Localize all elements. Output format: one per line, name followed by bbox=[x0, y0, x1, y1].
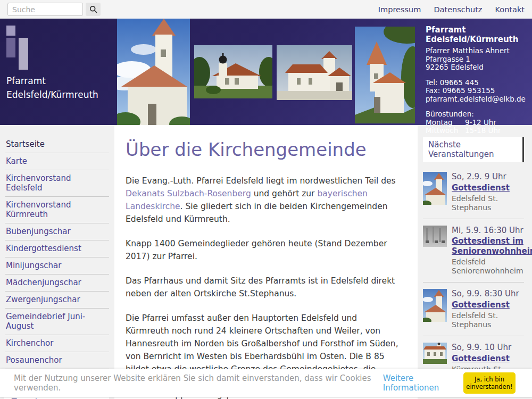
header-photo-onion-dome-church bbox=[194, 45, 272, 98]
sidebar-nav: Startseite Karte Kirchenvorstand Edelsfe… bbox=[0, 125, 114, 399]
event-item: Mi, 5.9. 16:30 Uhr Gottesdienst im Senio… bbox=[423, 219, 524, 282]
sidebar-item-startseite[interactable]: Startseite bbox=[5, 136, 109, 153]
contact-fax: Fax: 09665 953155 bbox=[426, 87, 529, 95]
page: Impressum Datenschutz Kontakt Pfarramt E… bbox=[0, 0, 532, 399]
link-kontakt[interactable]: Kontakt bbox=[495, 5, 525, 14]
contact-street: Pfarrgasse 1 bbox=[426, 55, 529, 64]
sidebar-item-kindergottesdienst[interactable]: Kindergottesdienst bbox=[5, 240, 109, 257]
paragraph-1: Die Evang.-Luth. Pfarrei Edelsfeld liegt… bbox=[126, 174, 400, 226]
event-info: Mi, 5.9. 16:30 Uhr Gottesdienst im Senio… bbox=[452, 226, 532, 276]
sidebar-item-minijungschar[interactable]: Minijungschar bbox=[5, 257, 109, 275]
event-date: So, 2.9. 9 Uhr bbox=[452, 172, 524, 181]
link-dekanat-sulzbach-rosenberg[interactable]: Dekanats Sulzbach-Rosenberg bbox=[126, 189, 251, 198]
sidebar-item-zwergenjungschar[interactable]: Zwergenjungschar bbox=[5, 292, 109, 309]
event-info: So, 2.9. 9 Uhr Gottesdienst Edelsfeld St… bbox=[452, 172, 524, 212]
office-day: Mittwoch bbox=[426, 127, 465, 135]
search-icon bbox=[89, 5, 97, 13]
event-date: Mi, 5.9. 16:30 Uhr bbox=[452, 226, 532, 235]
topbar-links: Impressum Datenschutz Kontakt bbox=[378, 5, 525, 14]
logo-square-tall bbox=[19, 38, 28, 70]
church-thumbnail-icon bbox=[423, 343, 447, 364]
link-datenschutz[interactable]: Datenschutz bbox=[434, 5, 482, 14]
events-sidebar: Nächste Veranstaltungen So, 2.9. 9 Uhr G… bbox=[418, 125, 532, 399]
sidebar-item-kirchenvorstand-kuermreuth[interactable]: Kirchenvorstand Kürmreuth bbox=[5, 197, 109, 223]
sidebar-item-bubenjungschar[interactable]: Bubenjungschar bbox=[5, 223, 109, 240]
church-thumbnail-icon bbox=[423, 172, 447, 205]
contact-person: Pfarrer Matthias Ahnert bbox=[426, 47, 529, 55]
event-info: So, 9.9. 8:30 Uhr Gottesdienst Edelsfeld… bbox=[452, 289, 524, 329]
page-title: Über die Kirchengemeinde bbox=[126, 139, 400, 160]
search-input[interactable] bbox=[7, 3, 83, 16]
events-title: Nächste Veranstaltungen bbox=[423, 137, 524, 162]
event-location: Edelsfeld Seniorenwohnheim bbox=[452, 257, 532, 276]
site-logo bbox=[6, 26, 30, 71]
site-title: Pfarramt Edelsfeld/Kürmreuth bbox=[6, 74, 98, 102]
sidebar-item-kirchenvorstand-edelsfeld[interactable]: Kirchenvorstand Edelsfeld bbox=[5, 170, 109, 197]
contact-tel: Tel: 09665 445 bbox=[426, 79, 529, 87]
event-link[interactable]: Gottesdienst bbox=[452, 354, 510, 364]
header: Pfarramt Edelsfeld/Kürmreuth bbox=[0, 19, 532, 125]
office-time: 9-12 Uhr bbox=[465, 119, 496, 127]
office-time: 15-18 Uhr bbox=[465, 127, 501, 135]
office-hours-label: Bürostunden: bbox=[426, 110, 529, 119]
sidebar-item-maedchenjungschar[interactable]: Mädchenjungschar bbox=[5, 275, 109, 292]
event-link[interactable]: Gottesdienst im Seniorenwohnheim bbox=[452, 236, 532, 256]
header-photo-chapel bbox=[355, 27, 415, 123]
office-day: Montag bbox=[426, 119, 465, 127]
contact-city: 92265 Edelsfeld bbox=[426, 63, 529, 72]
office-hours-row: Montag 9-12 Uhr bbox=[426, 119, 529, 127]
link-impressum[interactable]: Impressum bbox=[378, 5, 421, 14]
contact-block: Pfarramt Edelsfeld/Kürmreuth Pfarrer Mat… bbox=[426, 25, 529, 135]
church-thumbnail-icon bbox=[423, 289, 447, 322]
cookie-banner: Mit der Nutzung unserer Website erklären… bbox=[0, 369, 532, 397]
building-thumbnail-icon bbox=[423, 226, 447, 247]
search-button[interactable] bbox=[86, 3, 101, 16]
paragraph-2: Knapp 1400 Gemeindeglieder gehören heute… bbox=[126, 237, 400, 263]
topbar: Impressum Datenschutz Kontakt bbox=[0, 0, 532, 19]
event-location: Edelsfeld St. Stephanus bbox=[452, 311, 524, 329]
logo-square-small bbox=[6, 26, 15, 36]
site-title-line2: Edelsfeld/Kürmreuth bbox=[6, 88, 98, 102]
header-photo-hill-church bbox=[277, 45, 352, 100]
paragraph-text: Die Evang.-Luth. Pfarrei Edelsfeld liegt… bbox=[126, 176, 396, 186]
event-link[interactable]: Gottesdienst bbox=[452, 300, 510, 310]
sidebar-item-posaunenchor[interactable]: Posaunenchor bbox=[5, 352, 109, 369]
event-date: So, 9.9. 8:30 Uhr bbox=[452, 289, 524, 298]
event-link[interactable]: Gottesdienst bbox=[452, 183, 510, 193]
cookie-message: Mit der Nutzung unserer Website erklären… bbox=[14, 373, 380, 393]
paragraph-text: und gehört zur bbox=[251, 189, 318, 198]
paragraph-3: Das Pfarrhaus und damit Sitz des Pfarram… bbox=[126, 275, 400, 300]
event-item: So, 9.9. 8:30 Uhr Gottesdienst Edelsfeld… bbox=[423, 282, 524, 336]
office-hours-row: Mittwoch 15-18 Uhr bbox=[426, 127, 529, 135]
main-content: Über die Kirchengemeinde Die Evang.-Luth… bbox=[114, 125, 418, 399]
event-date: So, 9.9. 10 Uhr bbox=[452, 343, 524, 352]
event-item: So, 2.9. 9 Uhr Gottesdienst Edelsfeld St… bbox=[423, 165, 524, 219]
sidebar-item-karte[interactable]: Karte bbox=[5, 153, 109, 170]
logo-square-medium bbox=[6, 38, 15, 57]
contact-email: pfarramt.edelsfeld@elkb.de bbox=[426, 95, 529, 104]
cookie-more-info-link[interactable]: Weitere Informationen bbox=[383, 373, 463, 393]
event-location: Edelsfeld St. Stephanus bbox=[452, 194, 524, 212]
sidebar-item-kirchenchor[interactable]: Kirchenchor bbox=[5, 335, 109, 352]
cookie-accept-button[interactable]: Ja, ich bin einverstanden! bbox=[463, 372, 516, 394]
header-photo-edelsfeld-church bbox=[117, 19, 190, 125]
body: Startseite Karte Kirchenvorstand Edelsfe… bbox=[0, 125, 532, 399]
site-title-line1: Pfarramt bbox=[6, 74, 98, 88]
sidebar-item-gemeindebrief[interactable]: Gemeindebrief Juni-August bbox=[5, 309, 109, 335]
contact-title: Pfarramt Edelsfeld/Kürmreuth bbox=[426, 25, 529, 44]
